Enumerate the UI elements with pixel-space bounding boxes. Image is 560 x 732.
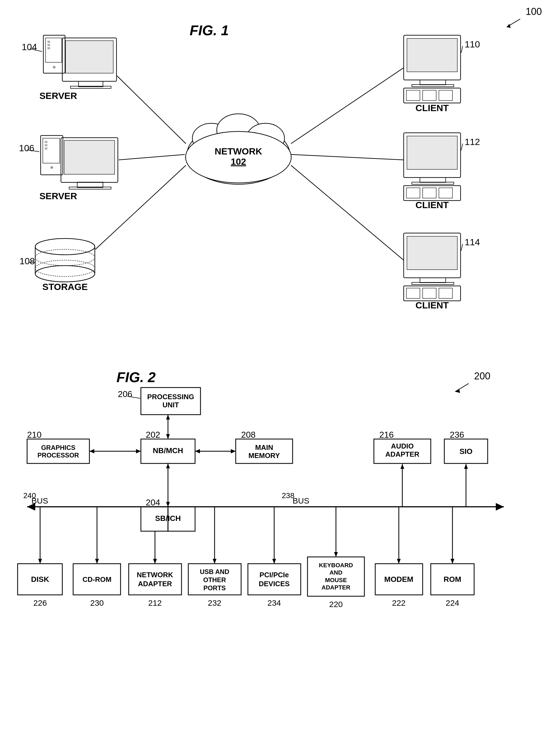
svg-text:102: 102 xyxy=(231,156,246,167)
svg-line-71 xyxy=(455,384,469,392)
svg-text:SB/ICH: SB/ICH xyxy=(155,514,181,523)
svg-point-24 xyxy=(35,238,95,255)
ref-210: 210 xyxy=(27,430,41,440)
svg-line-67 xyxy=(95,165,186,249)
svg-rect-42 xyxy=(404,88,461,103)
svg-rect-43 xyxy=(406,90,420,100)
svg-rect-41 xyxy=(412,85,454,87)
svg-text:ADAPTER: ADAPTER xyxy=(385,450,419,458)
network-adapter-box xyxy=(129,564,182,595)
svg-rect-6 xyxy=(47,47,50,49)
svg-text:NETWORK: NETWORK xyxy=(215,146,262,156)
svg-text:OTHER: OTHER xyxy=(203,576,226,584)
ref-112: 112 xyxy=(465,137,480,147)
svg-line-12 xyxy=(30,49,42,51)
svg-rect-38 xyxy=(404,35,461,80)
svg-line-23 xyxy=(27,150,39,152)
bus238-label: BUS xyxy=(293,496,309,505)
diagram-svg: 100 FIG. 1 104 SERVER xyxy=(0,0,560,732)
svg-rect-4 xyxy=(47,41,50,43)
svg-line-68 xyxy=(291,68,404,144)
svg-point-25 xyxy=(35,265,95,282)
svg-line-69 xyxy=(291,154,404,160)
ref-224: 224 xyxy=(446,598,459,607)
svg-point-34 xyxy=(247,123,284,153)
svg-rect-9 xyxy=(66,41,113,73)
graphics-processor-box xyxy=(27,439,89,464)
svg-text:NB/MCH: NB/MCH xyxy=(153,446,183,455)
svg-rect-40 xyxy=(420,80,446,85)
svg-marker-83 xyxy=(195,449,200,454)
svg-text:PCI/PCIe: PCI/PCIe xyxy=(260,571,289,579)
ref-220: 220 xyxy=(329,600,343,609)
svg-rect-15 xyxy=(45,141,47,143)
sio-box xyxy=(444,439,488,464)
svg-marker-95 xyxy=(166,464,170,468)
svg-rect-39 xyxy=(407,38,457,72)
ref-226: 226 xyxy=(33,598,47,607)
usb-ports-box xyxy=(188,564,241,595)
page: 100 FIG. 1 104 SERVER xyxy=(0,0,560,732)
ref-238: 238 xyxy=(282,491,294,500)
svg-rect-48 xyxy=(407,136,457,169)
svg-marker-79 xyxy=(166,434,170,439)
svg-text:PROCESSOR: PROCESSOR xyxy=(37,452,79,459)
svg-rect-22 xyxy=(69,187,111,189)
nb-mch-box xyxy=(141,439,195,464)
svg-rect-58 xyxy=(420,278,446,283)
svg-rect-62 xyxy=(423,288,436,298)
svg-rect-49 xyxy=(420,177,446,182)
svg-text:AND: AND xyxy=(329,569,342,576)
svg-marker-125 xyxy=(153,559,157,564)
svg-text:MEMORY: MEMORY xyxy=(248,452,280,460)
svg-marker-129 xyxy=(272,559,276,564)
svg-text:ADAPTER: ADAPTER xyxy=(322,584,350,591)
svg-text:MOUSE: MOUSE xyxy=(325,577,347,584)
svg-line-70 xyxy=(291,165,404,260)
svg-line-65 xyxy=(117,76,186,144)
svg-marker-104 xyxy=(464,464,468,469)
svg-text:DISK: DISK xyxy=(31,575,49,584)
client1-label: CLIENT xyxy=(416,103,449,113)
svg-text:UNIT: UNIT xyxy=(163,401,179,409)
processing-unit-box xyxy=(141,388,200,415)
svg-line-46 xyxy=(461,46,463,53)
client2-label: CLIENT xyxy=(416,200,449,210)
svg-text:ADAPTER: ADAPTER xyxy=(138,580,172,588)
svg-rect-21 xyxy=(77,182,103,187)
svg-point-7 xyxy=(53,66,56,69)
ref-106: 106 xyxy=(19,143,34,153)
svg-text:MODEM: MODEM xyxy=(384,575,413,584)
svg-text:ROM: ROM xyxy=(444,575,461,584)
svg-rect-11 xyxy=(70,86,111,88)
svg-text:DEVICES: DEVICES xyxy=(259,580,290,588)
svg-line-66 xyxy=(119,154,185,160)
svg-rect-14 xyxy=(43,138,60,163)
ref-234: 234 xyxy=(267,598,281,607)
svg-rect-19 xyxy=(61,138,118,182)
ref-202: 202 xyxy=(146,430,160,440)
svg-marker-84 xyxy=(231,449,236,454)
svg-marker-102 xyxy=(400,464,404,469)
svg-line-64 xyxy=(461,244,463,251)
svg-rect-51 xyxy=(404,186,461,200)
svg-rect-44 xyxy=(423,90,436,100)
client3-label: CLIENT xyxy=(416,300,449,310)
svg-rect-50 xyxy=(412,182,454,184)
cd-rom-box xyxy=(73,564,121,595)
svg-text:USB AND: USB AND xyxy=(200,568,229,575)
svg-line-75 xyxy=(127,396,140,399)
svg-rect-47 xyxy=(404,133,461,177)
svg-rect-10 xyxy=(79,81,103,87)
svg-rect-8 xyxy=(62,38,116,81)
audio-adapter-box xyxy=(374,439,431,464)
svg-point-33 xyxy=(217,114,260,146)
svg-point-28 xyxy=(35,249,95,265)
main-memory-box xyxy=(236,439,293,464)
keyboard-mouse-box xyxy=(307,557,364,596)
svg-rect-52 xyxy=(406,188,420,198)
svg-point-31 xyxy=(187,125,290,184)
svg-text:PORTS: PORTS xyxy=(203,584,226,592)
fig2-title: FIG. 2 xyxy=(116,370,156,385)
svg-marker-78 xyxy=(166,415,170,420)
